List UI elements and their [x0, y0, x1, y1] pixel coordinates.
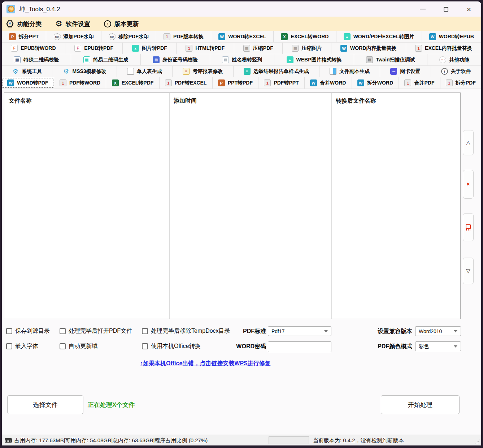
- tool-tab[interactable]: 身份证号码校验: [141, 54, 210, 65]
- tool-tab[interactable]: EXCEL内容批量替换: [406, 43, 481, 54]
- compat-version-value: Word2010: [419, 328, 442, 334]
- start-processing-button[interactable]: 开始处理: [381, 395, 460, 414]
- tool-tab[interactable]: 关于软件: [431, 66, 481, 77]
- option-checkbox[interactable]: 使用本机Office转换: [142, 341, 201, 351]
- tool-tab[interactable]: WORD/PDF/EXCEL转图片: [336, 31, 422, 42]
- menu-item-version-update[interactable]: ↑ 版本更新: [104, 20, 139, 28]
- option-checkbox[interactable]: 处理完毕后移除TempDocx目录: [142, 326, 230, 336]
- tool-tab[interactable]: 拆分WORD: [352, 77, 399, 89]
- tool-tab[interactable]: 文件副本生成: [319, 66, 380, 77]
- checkbox-icon[interactable]: [142, 328, 148, 334]
- checkbox-label: 处理完毕后打开PDF文件: [69, 327, 132, 335]
- category-hexagon-icon: [6, 20, 14, 28]
- tool-tab[interactable]: EXCEL转WORD: [274, 31, 336, 42]
- tool-tab[interactable]: 拆分PDF: [440, 77, 481, 89]
- column-header-filename: 文件名称: [4, 93, 169, 105]
- tool-tab[interactable]: PDF转WORD: [54, 77, 106, 89]
- checkbox-icon[interactable]: [6, 328, 12, 334]
- word-password-input[interactable]: [268, 341, 331, 352]
- tool-tab[interactable]: 添加PDF水印: [46, 31, 101, 42]
- menu-label: 软件设置: [66, 20, 90, 28]
- tool-tab[interactable]: 图片转PDF: [123, 43, 177, 54]
- move-up-icon: [466, 139, 470, 146]
- checkbox-icon[interactable]: [60, 343, 66, 349]
- pdf-file-icon: [446, 79, 453, 86]
- tab-label: PDF版本转换: [173, 34, 204, 40]
- menu-item-software-settings[interactable]: ⚙ 软件设置: [55, 20, 90, 28]
- option-checkbox[interactable]: 嵌入字体: [6, 341, 38, 351]
- option-checkbox[interactable]: 处理完毕后打开PDF文件: [60, 326, 132, 336]
- tool-tab[interactable]: 特殊二维码校验: [2, 54, 71, 65]
- tab-label: WEBP图片格式转换: [296, 57, 342, 63]
- tool-tab[interactable]: 其他功能: [427, 54, 481, 65]
- doc-edit-icon: [183, 68, 190, 75]
- tab-label: 单人表生成: [137, 68, 162, 75]
- checkbox-icon[interactable]: [142, 343, 148, 349]
- pdf-standard-label: PDF标准: [218, 326, 266, 336]
- image-file-icon: [344, 33, 351, 40]
- wps-repair-link[interactable]: ↑如果本机Office出错，点击链接安装WPS进行修复: [140, 360, 271, 367]
- tool-tab[interactable]: EXCEL转PDF: [106, 77, 159, 89]
- pdf-color-mode-select[interactable]: 彩色: [415, 341, 461, 351]
- tool-tab[interactable]: 压缩图片: [283, 43, 331, 54]
- tab-label: 特殊二维码校验: [23, 57, 59, 63]
- pdf-standard-select[interactable]: Pdf17: [268, 326, 331, 336]
- checkbox-icon[interactable]: [60, 328, 66, 334]
- checkbox-icon[interactable]: [6, 343, 12, 349]
- report-icon: [244, 68, 251, 75]
- image-file-icon: [132, 45, 139, 52]
- resize-grip[interactable]: [475, 439, 480, 444]
- qr-code-teal-icon: [83, 56, 90, 63]
- tool-tab[interactable]: PDF版本转换: [156, 31, 211, 42]
- move-down-button[interactable]: [463, 258, 474, 284]
- tool-tab[interactable]: WORD转EPUB: [422, 31, 481, 42]
- tool-tab[interactable]: WORD转EXCEL: [211, 31, 274, 42]
- delete-selected-icon: [466, 181, 470, 188]
- menu-item-function-category[interactable]: 功能分类: [6, 20, 42, 28]
- tool-tab[interactable]: 合并PDF: [399, 77, 440, 89]
- close-button[interactable]: ×: [462, 3, 476, 15]
- tool-tab[interactable]: 选举结果报告单样式生成: [234, 66, 319, 77]
- info-icon: [441, 68, 448, 75]
- compat-version-select[interactable]: Word2010: [415, 326, 461, 336]
- tool-tab[interactable]: MSS3模板修改: [52, 66, 117, 77]
- tool-tab[interactable]: 移除PDF水印: [101, 31, 156, 42]
- file-list-table[interactable]: 文件名称 添加时间 转换后文件名称: [4, 92, 461, 319]
- pdf-file-icon: [165, 79, 172, 86]
- tab-label: EXCEL内容批量替换: [425, 45, 472, 52]
- qr-code-icon: [14, 56, 21, 63]
- tool-tab[interactable]: EPUB转WORD: [2, 43, 65, 54]
- maximize-button[interactable]: [439, 3, 453, 15]
- tool-tab[interactable]: PDF转PPT: [258, 77, 305, 89]
- tool-tab[interactable]: WORD内容批量替换: [331, 43, 406, 54]
- tool-tab[interactable]: 系统工具: [2, 66, 52, 77]
- tool-tab[interactable]: 单人表生成: [117, 66, 173, 77]
- tool-tab-active[interactable]: WORD转PDF: [2, 77, 54, 89]
- tool-tab[interactable]: 姓名横转竖列: [210, 54, 274, 65]
- tool-tab[interactable]: PDF转EXCEL: [160, 77, 213, 89]
- option-checkbox[interactable]: 自动更新域: [60, 341, 97, 351]
- tool-tab[interactable]: Twain扫描仪调试: [354, 54, 427, 65]
- delete-selected-button[interactable]: [463, 170, 474, 199]
- tool-tab[interactable]: HTML转PDF: [177, 43, 234, 54]
- minimize-button[interactable]: [415, 3, 430, 15]
- move-up-button[interactable]: [463, 130, 474, 155]
- copy-file-icon: [330, 68, 336, 75]
- chevron-down-icon: [454, 345, 457, 348]
- tool-tab[interactable]: EPUB转PDF: [65, 43, 123, 54]
- tool-tab[interactable]: 合并WORD: [305, 77, 352, 89]
- tab-label: 拆分PDF: [456, 80, 476, 86]
- tool-tab[interactable]: 考评报表修改: [173, 66, 233, 77]
- tab-label: WORD内容批量替换: [350, 45, 396, 52]
- watermark-remove-icon: [109, 33, 116, 40]
- tool-tab[interactable]: WEBP图片格式转换: [274, 54, 354, 65]
- tool-tab[interactable]: PPT转PDF: [213, 77, 259, 89]
- clear-list-brush-button[interactable]: [463, 213, 474, 241]
- tool-tab[interactable]: 简易二维码生成: [71, 54, 140, 65]
- pdf-file-icon: [164, 33, 170, 40]
- tool-tab[interactable]: 压缩PDF: [234, 43, 283, 54]
- option-checkbox[interactable]: 保存到源目录: [6, 326, 50, 336]
- select-files-button[interactable]: 选择文件: [7, 395, 83, 414]
- tool-tab[interactable]: 网卡设置: [380, 66, 431, 77]
- tool-tab[interactable]: 拆分PPT: [2, 31, 46, 42]
